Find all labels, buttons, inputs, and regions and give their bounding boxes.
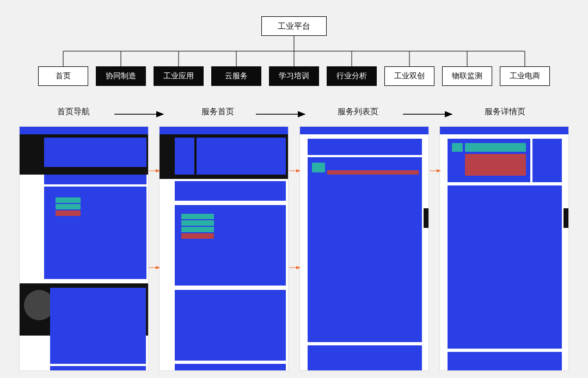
content-block-2 bbox=[175, 290, 286, 361]
topbar bbox=[160, 127, 288, 134]
flow-labels: 首页导航 服务首页 服务列表页 服务详情页 bbox=[0, 107, 588, 123]
row-accent-2 bbox=[181, 220, 214, 226]
flow-step-3: 服务列表页 bbox=[338, 107, 378, 117]
nav-item-collab[interactable]: 协同制造 bbox=[96, 66, 146, 86]
list-body bbox=[308, 157, 422, 342]
card-accent-2 bbox=[56, 204, 81, 209]
nav-item-cloud[interactable]: 云服务 bbox=[211, 66, 261, 86]
footer-block bbox=[308, 345, 422, 371]
wireframe-home-nav bbox=[19, 126, 149, 371]
row-accent-1 bbox=[181, 214, 214, 219]
footer-strip bbox=[175, 364, 286, 371]
item-thumb bbox=[312, 163, 325, 172]
card-accent-3 bbox=[56, 210, 81, 216]
nav-item-training[interactable]: 学习培训 bbox=[269, 66, 319, 86]
nav-item-home[interactable]: 首页 bbox=[38, 66, 88, 86]
side-tab[interactable] bbox=[424, 208, 429, 228]
nav-item-ecommerce[interactable]: 工业电商 bbox=[500, 66, 550, 86]
card-accent-1 bbox=[56, 197, 81, 203]
flow-step-1: 首页导航 bbox=[57, 107, 90, 117]
wireframe-service-home bbox=[159, 126, 289, 371]
subnav bbox=[175, 181, 286, 201]
hero-main bbox=[197, 138, 286, 175]
nav-item-apps[interactable]: 工业应用 bbox=[154, 66, 204, 86]
row-accent-4 bbox=[181, 233, 214, 239]
topbar bbox=[20, 127, 148, 134]
detail-side bbox=[532, 139, 562, 182]
side-tab[interactable] bbox=[564, 208, 569, 228]
nav-item-iot[interactable]: 物联监测 bbox=[442, 66, 492, 86]
detail-title-bar bbox=[465, 143, 526, 152]
detail-highlight bbox=[465, 154, 526, 176]
root-label: 工业平台 bbox=[278, 21, 310, 32]
wireframe-service-list bbox=[299, 126, 429, 371]
topbar bbox=[300, 127, 428, 134]
footer-block bbox=[448, 352, 562, 371]
side-col bbox=[175, 138, 194, 175]
header-bar bbox=[308, 139, 422, 155]
nav-item-innovation[interactable]: 工业双创 bbox=[384, 66, 434, 86]
topbar bbox=[440, 127, 568, 134]
detail-body bbox=[448, 185, 562, 349]
detail-thumb bbox=[452, 143, 463, 152]
section-tab bbox=[44, 175, 146, 184]
nav-row: 首页 协同制造 工业应用 云服务 学习培训 行业分析 工业双创 物联监测 工业电… bbox=[38, 66, 550, 86]
root-node: 工业平台 bbox=[261, 16, 327, 36]
nav-item-analysis[interactable]: 行业分析 bbox=[327, 66, 377, 86]
footer-strip bbox=[50, 366, 146, 371]
hero-block bbox=[44, 138, 146, 167]
wireframe-row bbox=[19, 126, 569, 373]
row-accent-3 bbox=[181, 227, 214, 232]
content-block-1 bbox=[50, 288, 146, 364]
wireframe-service-detail bbox=[439, 126, 569, 371]
item-meta bbox=[327, 170, 419, 175]
flow-step-4: 服务详情页 bbox=[485, 107, 525, 117]
flow-step-2: 服务首页 bbox=[201, 107, 234, 117]
